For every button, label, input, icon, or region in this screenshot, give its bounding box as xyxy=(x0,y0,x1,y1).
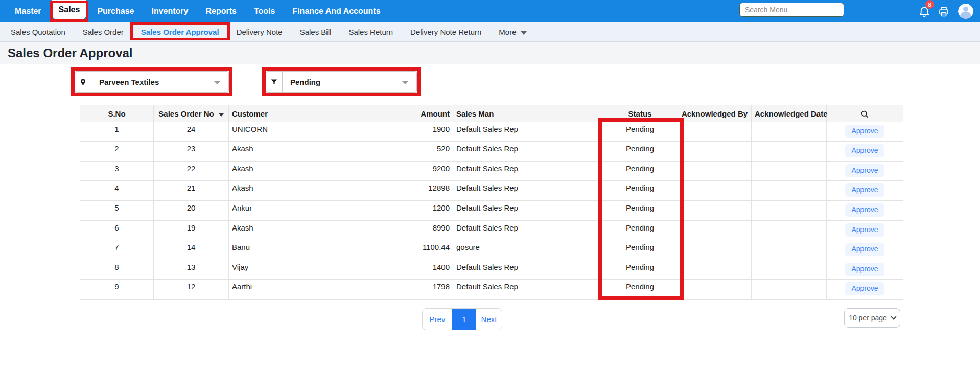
column-header-sales-order-no[interactable]: Sales Order No xyxy=(154,105,229,122)
table-row: 520Ankur1200Default Sales RepPendingAppr… xyxy=(80,200,903,220)
cell-acknowledged_date xyxy=(752,260,827,280)
cell-acknowledged_by xyxy=(678,181,752,201)
cell-sno: 9 xyxy=(80,280,154,300)
cell-amount: 1798 xyxy=(378,280,453,300)
current-page-button[interactable]: 1 xyxy=(452,309,476,330)
topnav-item-reports[interactable]: Reports xyxy=(205,7,236,16)
notification-badge: 8 xyxy=(925,0,934,9)
cell-amount: 1400 xyxy=(378,260,453,280)
subnav-item-sales-order-approval[interactable]: Sales Order Approval xyxy=(141,28,219,36)
cell-acknowledged_date xyxy=(752,122,827,142)
cell-status: Pending xyxy=(602,280,678,300)
annotation-sales-tab xyxy=(50,1,89,22)
company-filter-dropdown[interactable]: Parveen Textiles xyxy=(75,71,229,93)
approve-button[interactable]: Approve xyxy=(845,203,884,217)
cell-order_no: 20 xyxy=(154,200,229,220)
cell-acknowledged_date xyxy=(752,142,827,162)
cell-status: Pending xyxy=(602,240,678,260)
cell-amount: 520 xyxy=(378,142,453,162)
cell-customer: Akash xyxy=(229,220,378,240)
cell-action: Approve xyxy=(827,181,903,201)
cell-action: Approve xyxy=(827,122,903,142)
cell-sales_man: gosure xyxy=(453,240,602,260)
approve-button[interactable]: Approve xyxy=(845,125,884,138)
approve-button[interactable]: Approve xyxy=(845,164,884,177)
topnav-item-master[interactable]: Master xyxy=(15,7,41,16)
cell-customer: Akash xyxy=(229,181,378,201)
cell-status: Pending xyxy=(602,122,678,142)
page-title: Sales Order Approval xyxy=(8,46,133,60)
status-filter-dropdown[interactable]: Pending xyxy=(266,71,417,93)
cell-order_no: 23 xyxy=(154,142,229,162)
topnav-item-tools[interactable]: Tools xyxy=(254,7,275,16)
column-header-acknowledged-date: Acknowledged Date xyxy=(752,105,827,122)
next-page-button[interactable]: Next xyxy=(476,309,502,330)
cell-acknowledged_by xyxy=(678,260,752,280)
approve-button[interactable]: Approve xyxy=(845,144,884,157)
sales-sub-navigation: Sales QuotationSales OrderSales Order Ap… xyxy=(0,22,980,42)
cell-sno: 5 xyxy=(80,200,154,220)
topnav-item-finance-and-accounts[interactable]: Finance And Accounts xyxy=(292,7,380,16)
table-row: 421Akash12898Default Sales RepPendingApp… xyxy=(80,181,903,201)
cell-acknowledged_date xyxy=(752,200,827,220)
cell-sales_man: Default Sales Rep xyxy=(453,122,602,142)
approve-button[interactable]: Approve xyxy=(845,243,884,256)
column-header-s-no: S.No xyxy=(80,105,154,122)
subnav-item-sales-quotation[interactable]: Sales Quotation xyxy=(11,28,65,36)
print-icon[interactable] xyxy=(938,6,950,18)
cell-sno: 7 xyxy=(80,240,154,260)
cell-status: Pending xyxy=(602,161,678,181)
subnav-item-sales-return[interactable]: Sales Return xyxy=(348,28,393,36)
cell-order_no: 14 xyxy=(154,240,229,260)
subnav-item-sales-order[interactable]: Sales Order xyxy=(83,28,124,36)
chevron-down-icon xyxy=(521,31,527,35)
cell-amount: 1100.44 xyxy=(378,240,453,260)
table-row: 223Akash520Default Sales RepPendingAppro… xyxy=(80,142,903,162)
cell-sno: 6 xyxy=(80,220,154,240)
filter-funnel-icon xyxy=(266,72,283,92)
cell-customer: Ankur xyxy=(229,200,378,220)
cell-acknowledged_by xyxy=(678,280,752,300)
subnav-item-delivery-note[interactable]: Delivery Note xyxy=(237,28,283,36)
approve-button[interactable]: Approve xyxy=(845,223,884,237)
subnav-item-delivery-note-return[interactable]: Delivery Note Return xyxy=(410,28,481,36)
cell-sales_man: Default Sales Rep xyxy=(453,260,602,280)
subnav-item-more[interactable]: More xyxy=(499,28,526,36)
cell-sno: 1 xyxy=(80,122,154,142)
approve-button[interactable]: Approve xyxy=(845,282,884,295)
cell-order_no: 21 xyxy=(154,181,229,201)
cell-action: Approve xyxy=(827,161,903,181)
prev-page-button[interactable]: Prev xyxy=(423,309,452,330)
topnav-item-inventory[interactable]: Inventory xyxy=(151,7,188,16)
page-size-select[interactable]: 10 per page xyxy=(844,308,900,328)
pagination: Prev 1 Next xyxy=(422,308,502,330)
cell-status: Pending xyxy=(602,200,678,220)
cell-customer: Vijay xyxy=(229,260,378,280)
sales-orders-table: S.NoSales Order NoCustomerAmountSales Ma… xyxy=(80,105,903,300)
column-header-sales-man: Sales Man xyxy=(453,105,602,122)
table-row: 124UNICORN1900Default Sales RepPendingAp… xyxy=(80,122,903,142)
approve-button[interactable]: Approve xyxy=(845,263,884,276)
table-row: 619Akash8990Default Sales RepPendingAppr… xyxy=(80,220,903,240)
subnav-item-sales-bill[interactable]: Sales Bill xyxy=(300,28,332,36)
location-pin-icon xyxy=(75,72,91,92)
column-header-customer: Customer xyxy=(229,105,378,122)
page-size-value: 10 per page xyxy=(849,314,887,322)
chevron-down-icon xyxy=(891,314,896,319)
cell-status: Pending xyxy=(602,260,678,280)
annotation-sales-order-approval-tab xyxy=(130,22,230,40)
cell-sno: 3 xyxy=(80,161,154,181)
cell-action: Approve xyxy=(827,200,903,220)
cell-acknowledged_date xyxy=(752,161,827,181)
title-band: Sales Order Approval xyxy=(0,42,980,64)
user-avatar[interactable] xyxy=(958,4,973,19)
cell-order_no: 13 xyxy=(154,260,229,280)
cell-action: Approve xyxy=(827,240,903,260)
approve-button[interactable]: Approve xyxy=(845,183,884,197)
cell-sales_man: Default Sales Rep xyxy=(453,220,602,240)
cell-acknowledged_by xyxy=(678,161,752,181)
search-icon xyxy=(860,110,869,119)
search-input[interactable] xyxy=(739,3,844,17)
topnav-item-purchase[interactable]: Purchase xyxy=(97,7,134,16)
topnav-item-sales[interactable]: Sales xyxy=(52,0,87,19)
